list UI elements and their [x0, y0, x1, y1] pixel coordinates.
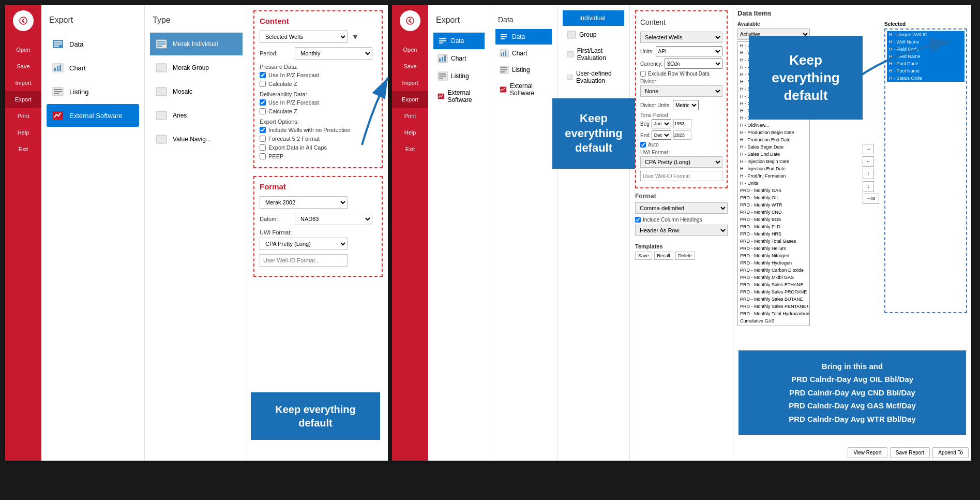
sidebar-import[interactable]: Import	[5, 75, 41, 91]
right-uwi-input[interactable]	[640, 171, 722, 181]
nav-listing[interactable]: Listing	[47, 80, 139, 103]
append-to-btn[interactable]: Append To	[932, 447, 969, 458]
datum-select[interactable]: NAD83	[295, 213, 372, 225]
nav-chart[interactable]: Chart	[47, 56, 139, 79]
right-exclude-checkbox[interactable]	[640, 71, 646, 77]
calculate-z-1-checkbox[interactable]	[260, 81, 266, 87]
sidebar-exit[interactable]: Exit	[5, 141, 41, 157]
avail-item-14[interactable]: H - Production End Date	[738, 136, 809, 143]
uwi-format-select[interactable]: CPA Pretty (Long)	[260, 238, 348, 250]
avail-item-38[interactable]: PRD - Monthly Total Hydrocarbon	[738, 310, 809, 317]
right-nav-exit[interactable]: Exit	[392, 141, 428, 157]
avail-item-27[interactable]: PRD - Monthly HRS	[738, 230, 809, 238]
avail-item-19[interactable]: H - Prod/Inj Formation	[738, 172, 809, 180]
right-end-year[interactable]	[673, 130, 691, 140]
right-end-month[interactable]: Dec	[652, 130, 671, 140]
type-value-navig[interactable]: Value Navig...	[150, 128, 243, 151]
sidebar-open[interactable]: Open	[5, 41, 41, 58]
avail-item-35[interactable]: PRD - Monthly Sales PROPANE	[738, 288, 809, 296]
avail-item-12[interactable]: H - Old/New...	[738, 122, 809, 129]
right-wells-select[interactable]: Selected Wells	[640, 32, 722, 43]
avail-item-20[interactable]: H - Units	[738, 180, 809, 187]
wells-select[interactable]: Selected Wells	[260, 31, 348, 43]
avail-item-31[interactable]: PRD - Monthly Hydrogen	[738, 259, 809, 267]
first-last-item[interactable]: First/Last Evaluation	[563, 43, 624, 65]
right-save-btn[interactable]: Save	[635, 252, 652, 260]
avail-item-16[interactable]: H - Sales End Date	[738, 151, 809, 158]
avail-item-33[interactable]: PRD - Monthly Mktbl GAS	[738, 274, 809, 281]
right-beg-year[interactable]	[673, 119, 691, 128]
arrow-down-btn[interactable]: ↓	[863, 181, 874, 192]
right-nav-open[interactable]: Open	[392, 41, 428, 58]
avail-item-25[interactable]: PRD - Monthly BOE	[738, 216, 809, 223]
right-recall-btn[interactable]: Recall	[654, 252, 673, 260]
avail-item-21[interactable]: PRD - Monthly GAS	[738, 187, 809, 194]
wells-dropdown-arrow[interactable]: ▼	[352, 33, 359, 41]
avail-item-24[interactable]: PRD - Monthly CND	[738, 209, 809, 216]
use-pz-2-checkbox[interactable]	[260, 99, 266, 106]
right-divisor-units-select[interactable]: Metric	[673, 100, 699, 110]
nav-data[interactable]: Data	[47, 33, 139, 55]
uwi-placeholder-input[interactable]	[260, 254, 348, 267]
right-nav-help[interactable]: Help	[392, 124, 428, 141]
right-uwi-select[interactable]: CPA Pretty (Long)	[640, 156, 722, 168]
sidebar-print[interactable]: Print	[5, 108, 41, 124]
right-column-headings-checkbox[interactable]	[635, 217, 641, 223]
avail-item-34[interactable]: PRD - Monthly Sales ETHANE	[738, 281, 809, 288]
sidebar-save[interactable]: Save	[5, 58, 41, 75]
period-select[interactable]: Monthly	[295, 47, 372, 60]
avail-item-18[interactable]: H - Injection End Date	[738, 165, 809, 172]
right-divisor-select[interactable]: None	[640, 85, 722, 97]
avail-item-23[interactable]: PRD - Monthly WTR	[738, 201, 809, 209]
type-mosaic[interactable]: Mosaic	[150, 80, 243, 103]
view-report-btn[interactable]: View Report	[848, 447, 887, 458]
use-pz-1-checkbox[interactable]	[260, 72, 266, 78]
save-report-btn[interactable]: Save Report	[890, 447, 930, 458]
avail-item-26[interactable]: PRD - Monthly FLD	[738, 223, 809, 230]
right-beg-month[interactable]: Jan	[652, 119, 671, 128]
right-data-listing[interactable]: Listing	[495, 62, 552, 78]
calculate-z-2-checkbox[interactable]	[260, 108, 266, 114]
type-merak-group[interactable]: Merak Group	[150, 56, 243, 79]
right-export-external[interactable]: External Software	[433, 85, 485, 107]
right-nav-import[interactable]: Import	[392, 75, 428, 91]
avail-item-37[interactable]: PRD - Monthly Sales PENTANE+	[738, 303, 809, 310]
arrow-all-left-btn[interactable]: ←All	[863, 194, 879, 204]
avail-item-15[interactable]: H - Sales Begin Date	[738, 143, 809, 151]
avail-item-36[interactable]: PRD - Monthly Sales BUTANE	[738, 296, 809, 303]
avail-item-32[interactable]: PRD - Monthly Carbon Dioxide	[738, 267, 809, 274]
right-format-select[interactable]: Comma-delimited	[635, 202, 728, 214]
avail-item-28[interactable]: PRD - Monthly Total Gases	[738, 238, 809, 245]
right-header-as-row-select[interactable]: Header As Row	[635, 225, 728, 236]
sidebar-export[interactable]: Export	[5, 91, 41, 108]
right-export-chart[interactable]: Chart	[433, 50, 485, 67]
avail-item-13[interactable]: H - Production Begin Date	[738, 129, 809, 136]
right-data-item-data[interactable]: Data	[495, 29, 552, 45]
type-aries[interactable]: Aries	[150, 104, 243, 127]
avail-item-40[interactable]: Cumulative OIL	[738, 325, 809, 326]
right-units-select[interactable]: API	[656, 46, 722, 56]
nav-external-software[interactable]: External Software	[47, 104, 139, 127]
avail-item-30[interactable]: PRD - Monthly Nitrogen	[738, 252, 809, 259]
right-data-external[interactable]: External Software	[495, 79, 552, 100]
peep-checkbox[interactable]	[260, 153, 266, 159]
right-currency-select[interactable]: $Cdn	[665, 58, 722, 69]
individual-item[interactable]: Individual	[563, 10, 624, 26]
right-nav-save[interactable]: Save	[392, 58, 428, 75]
forecast52-checkbox[interactable]	[260, 136, 266, 142]
right-nav-export[interactable]: Export	[392, 91, 428, 108]
arrow-left-btn[interactable]: ←	[863, 156, 874, 167]
back-button-right[interactable]	[400, 10, 420, 31]
avail-item-17[interactable]: H - Injection Begin Date	[738, 158, 809, 165]
right-data-chart[interactable]: Chart	[495, 46, 552, 61]
right-export-data[interactable]: Data	[433, 33, 485, 49]
format-select[interactable]: Merak 2002	[260, 196, 348, 209]
avail-item-22[interactable]: PRD - Monthly OIL	[738, 194, 809, 201]
back-button-left[interactable]	[13, 10, 34, 31]
avail-item-39[interactable]: Cumulative GAS	[738, 317, 809, 325]
user-defined-item[interactable]: User-defined Evaluation	[563, 66, 624, 88]
right-nav-print[interactable]: Print	[392, 108, 428, 124]
right-export-listing[interactable]: Listing	[433, 68, 485, 84]
arrow-right-btn[interactable]: →	[863, 144, 874, 154]
group-item[interactable]: Group	[563, 27, 624, 42]
